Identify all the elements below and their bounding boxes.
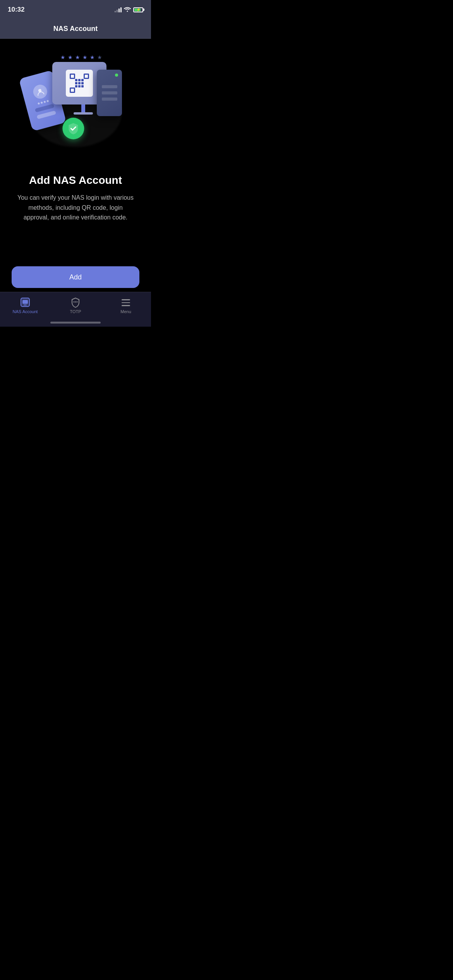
home-indicator [50, 322, 101, 324]
nas-account-tab-icon [20, 297, 31, 308]
star-2: ★ [68, 54, 73, 60]
menu-tab-icon [120, 297, 131, 308]
qr-corner-tr [84, 74, 89, 79]
tab-nas-account-label: NAS Account [13, 309, 38, 314]
tab-menu[interactable]: Menu [101, 297, 151, 314]
svg-point-7 [77, 302, 78, 303]
menu-line-3 [122, 305, 130, 306]
star-4: ★ [82, 54, 88, 60]
phone-dots [37, 100, 48, 105]
wifi-icon [124, 7, 131, 13]
hero-description: You can verify your NAS login with vario… [12, 193, 139, 223]
nas-tower [97, 70, 122, 116]
battery-icon: ⚡ [133, 7, 143, 12]
status-time: 10:32 [8, 6, 24, 14]
menu-line-1 [122, 299, 130, 300]
add-button[interactable]: Add [12, 266, 139, 288]
phone-avatar [32, 83, 49, 100]
star-3: ★ [75, 54, 80, 60]
nas-account-icon [20, 297, 31, 308]
nas-slot-1 [102, 85, 117, 88]
shield-badge [62, 118, 84, 139]
totp-tab-icon [70, 297, 81, 308]
phone-btn-secondary [36, 110, 56, 119]
tab-totp-label: TOTP [70, 309, 81, 314]
phone-btn-primary [35, 104, 55, 113]
app-screen: 10:32 ⚡ [0, 0, 151, 327]
qr-code-box [66, 70, 93, 97]
totp-icon [70, 297, 81, 308]
monitor-base [74, 112, 93, 115]
illustration: ★ ★ ★ ★ ★ ★ [21, 54, 130, 163]
nas-slot-2 [102, 91, 117, 94]
star-1: ★ [60, 54, 65, 60]
nav-header: NAS Account [0, 19, 151, 39]
qr-corner-tl [70, 74, 75, 79]
qr-code-inner [70, 74, 89, 93]
tab-nas-account[interactable]: NAS Account [0, 297, 50, 314]
status-icons: ⚡ [115, 7, 143, 13]
signal-icon [115, 7, 122, 12]
status-bar: 10:32 ⚡ [0, 0, 151, 19]
svg-rect-4 [24, 305, 27, 305]
tab-totp[interactable]: TOTP [50, 297, 101, 314]
stars-row: ★ ★ ★ ★ ★ ★ [33, 54, 130, 60]
nav-title: NAS Account [53, 25, 98, 33]
svg-point-5 [74, 302, 75, 303]
nas-slot-3 [102, 98, 117, 101]
hero-heading: Add NAS Account [29, 174, 122, 187]
menu-line-2 [122, 302, 130, 303]
star-6: ★ [97, 54, 102, 60]
nas-light [115, 74, 118, 77]
shield-check-icon [67, 122, 79, 135]
hamburger-icon [122, 298, 130, 306]
star-5: ★ [90, 54, 95, 60]
tab-menu-label: Menu [120, 309, 131, 314]
svg-point-6 [75, 302, 76, 303]
qr-corner-bl [70, 87, 75, 93]
main-content: ★ ★ ★ ★ ★ ★ [0, 39, 151, 223]
qr-dots [75, 79, 84, 87]
svg-rect-3 [22, 300, 28, 304]
monitor-neck [81, 105, 85, 112]
